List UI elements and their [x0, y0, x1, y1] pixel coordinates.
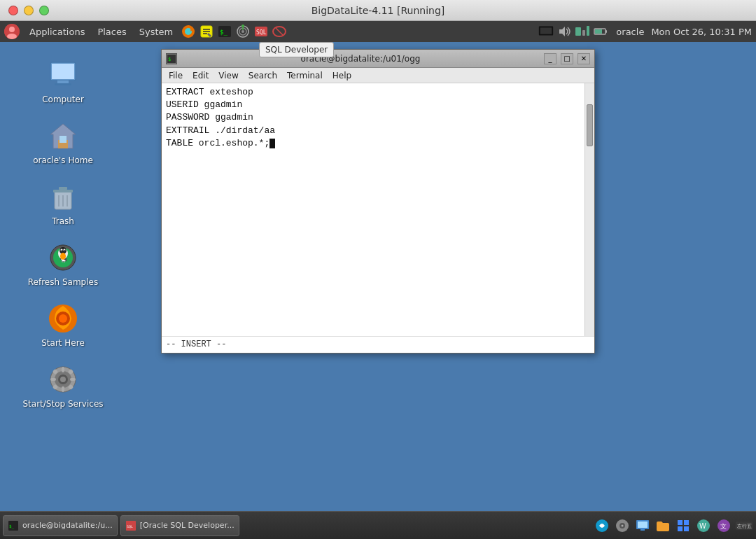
- terminal-menu-search[interactable]: Search: [244, 69, 281, 82]
- taskbar-sqldeveloper[interactable]: SQL [Oracle SQL Developer...: [120, 515, 239, 536]
- svg-rect-23: [575, 27, 581, 36]
- minimize-button[interactable]: [24, 6, 34, 15]
- user-avatar: [4, 24, 20, 39]
- terminal-menu-edit[interactable]: Edit: [188, 69, 213, 82]
- svg-point-47: [60, 253, 66, 260]
- svg-point-13: [241, 30, 244, 33]
- network-menubar-icon[interactable]: [234, 24, 251, 39]
- term-line-2: USERID ggadmin: [166, 99, 580, 111]
- svg-rect-25: [587, 26, 589, 36]
- power-icon[interactable]: [592, 24, 609, 39]
- refresh-samples-icon[interactable]: 🐧 Refresh Samples: [14, 235, 112, 293]
- svg-rect-81: [684, 520, 689, 525]
- clock: Mon Oct 26, 10:31 PM: [651, 27, 752, 37]
- systray-screen-icon[interactable]: [593, 517, 611, 535]
- sqldeveloper-menubar-icon[interactable]: SQL: [253, 24, 270, 39]
- taskbar-terminal-label: oracle@bigdatalite:/u...: [22, 521, 113, 530]
- terminal-menu-help[interactable]: Help: [328, 69, 356, 82]
- svg-text:左行五: 左行五: [737, 523, 752, 528]
- term-line-1: EXTRACT exteshop: [166, 86, 580, 99]
- svg-point-49: [64, 249, 66, 251]
- svg-point-48: [61, 249, 63, 251]
- svg-rect-82: [678, 526, 682, 531]
- svg-rect-79: [640, 529, 645, 531]
- taskbar: $_ oracle@bigdatalite:/u... SQL [Oracle …: [0, 511, 756, 539]
- system-menu[interactable]: System: [134, 24, 178, 39]
- window-title: BigDataLite-4.11 [Running]: [312, 5, 445, 16]
- svg-marker-22: [559, 27, 565, 36]
- svg-rect-38: [59, 187, 67, 190]
- terminal-close-button[interactable]: ✕: [578, 53, 590, 64]
- terminal-window: $ oracle@bigdatalite:/u01/ogg _ □ ✕ File…: [161, 49, 595, 354]
- terminal-menu-terminal[interactable]: Terminal: [283, 69, 327, 82]
- terminal-maximize-button[interactable]: □: [561, 53, 573, 64]
- taskbar-terminal[interactable]: $_ oracle@bigdatalite:/u...: [3, 515, 118, 536]
- systray-chat-icon[interactable]: W: [694, 517, 713, 535]
- terminal-statusbar: -- INSERT --: [162, 336, 594, 353]
- svg-rect-32: [55, 83, 71, 85]
- svg-text:$_: $_: [9, 524, 15, 529]
- places-menu[interactable]: Places: [92, 24, 132, 39]
- network-status-icon[interactable]: [574, 24, 591, 39]
- svg-rect-24: [582, 30, 585, 36]
- oracle-icon[interactable]: [271, 24, 288, 39]
- svg-point-54: [59, 314, 67, 323]
- svg-rect-78: [638, 522, 648, 528]
- terminal-cursor: [270, 139, 275, 148]
- terminal-titlebar: $ oracle@bigdatalite:/u01/ogg _ □ ✕: [162, 50, 594, 68]
- term-line-3: PASSWORD ggadmin: [166, 111, 580, 124]
- close-button[interactable]: [8, 6, 18, 15]
- computer-label: Computer: [42, 94, 84, 104]
- term-line-4: EXTTRAIL ./dirdat/aa: [166, 125, 580, 137]
- systray-display-icon[interactable]: [634, 517, 652, 535]
- svg-rect-31: [57, 80, 69, 83]
- svg-rect-60: [70, 378, 76, 381]
- computer-icon[interactable]: Computer: [14, 52, 112, 110]
- svg-text:SQL: SQL: [127, 524, 133, 528]
- svg-rect-80: [678, 520, 682, 525]
- terminal-minimize-button[interactable]: _: [544, 53, 556, 64]
- menu-bar: Applications Places System $_: [0, 21, 756, 42]
- desktop-icon-list: Computer oracle's Home: [0, 42, 126, 425]
- svg-rect-30: [52, 64, 74, 79]
- sql-developer-tooltip: SQL Developer: [259, 42, 334, 57]
- start-here-icon[interactable]: Start Here: [14, 296, 112, 354]
- svg-text:$_: $_: [220, 29, 227, 36]
- applications-menu[interactable]: Applications: [24, 24, 90, 39]
- svg-point-66: [60, 377, 66, 382]
- svg-point-76: [622, 524, 624, 526]
- term-line-5: TABLE orcl.eshop.*;: [166, 137, 580, 150]
- taskbar-terminal-icon: $_: [8, 520, 19, 531]
- terminal-menu-file[interactable]: File: [164, 69, 187, 82]
- svg-text:$: $: [168, 57, 171, 62]
- terminal-menu-view[interactable]: View: [214, 69, 242, 82]
- edit-menubar-icon[interactable]: [198, 24, 215, 39]
- screen-icon[interactable]: [538, 24, 554, 39]
- svg-rect-35: [59, 136, 66, 143]
- maximize-button[interactable]: [39, 6, 49, 15]
- username: oracle: [616, 27, 644, 37]
- svg-rect-28: [595, 29, 602, 34]
- terminal-text-area[interactable]: EXTRACT exteshop USERID ggadmin PASSWORD…: [162, 83, 584, 336]
- terminal-menubar-icon[interactable]: $_: [216, 24, 233, 39]
- svg-text:SQL: SQL: [256, 29, 267, 36]
- systray-input-icon[interactable]: 左行五: [735, 517, 753, 535]
- systray-windows-icon[interactable]: [674, 517, 692, 535]
- systray-extra-icon[interactable]: 文: [715, 517, 733, 535]
- firefox-menubar-icon[interactable]: [180, 24, 197, 39]
- terminal-scrollbar[interactable]: [584, 83, 594, 336]
- oracles-home-icon[interactable]: oracle's Home: [14, 113, 112, 171]
- start-stop-services-icon[interactable]: Start/Stop Services: [14, 357, 112, 414]
- volume-icon[interactable]: [556, 24, 573, 39]
- svg-rect-27: [606, 30, 607, 33]
- title-bar: BigDataLite-4.11 [Running]: [0, 0, 756, 21]
- scrollbar-thumb[interactable]: [587, 104, 593, 146]
- trash-icon[interactable]: Trash: [14, 174, 112, 232]
- systray-disc-icon[interactable]: [613, 517, 631, 535]
- systray-folder-icon[interactable]: [654, 517, 672, 535]
- start-stop-services-label: Start/Stop Services: [22, 399, 103, 409]
- terminal-content: EXTRACT exteshop USERID ggadmin PASSWORD…: [162, 83, 594, 336]
- refresh-samples-label: Refresh Samples: [28, 277, 98, 287]
- svg-rect-37: [53, 190, 73, 192]
- terminal-menubar: File Edit View Search Terminal Help: [162, 68, 594, 83]
